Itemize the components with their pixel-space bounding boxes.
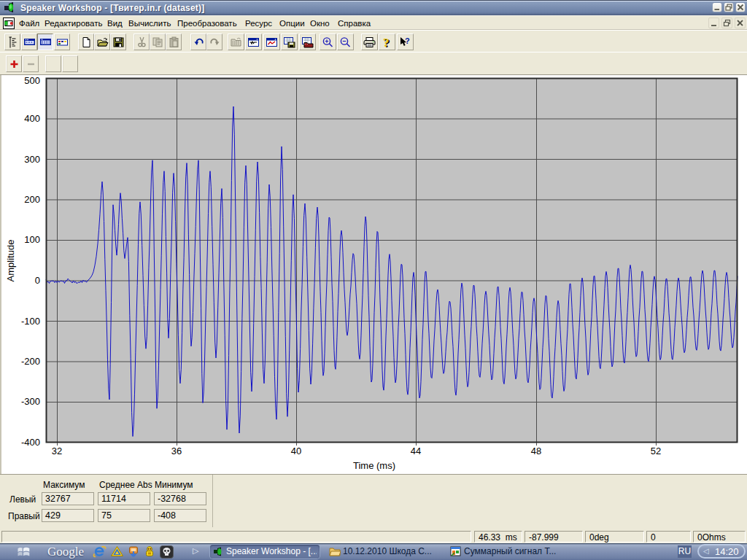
svg-text:?: ? — [405, 36, 410, 45]
svg-text:?: ? — [383, 36, 390, 48]
